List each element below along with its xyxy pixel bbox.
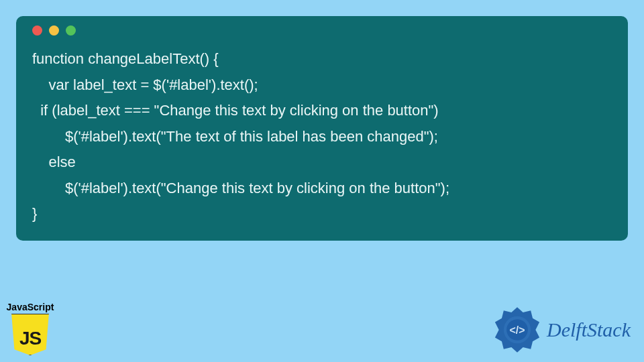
close-dot-icon xyxy=(32,25,42,36)
code-line: function changeLabelText() { xyxy=(32,50,219,67)
code-line: var label_text = $('#label').text(); xyxy=(32,76,258,93)
code-line: $('#label').text("The text of this label… xyxy=(32,128,438,145)
brand-logo-area: </> DelftStack xyxy=(493,306,631,354)
minimize-dot-icon xyxy=(49,25,59,36)
window-controls xyxy=(32,25,616,36)
code-block: function changeLabelText() { var label_t… xyxy=(28,46,616,227)
brand-name: DelftStack xyxy=(547,318,631,341)
code-line: $('#label').text("Change this text by cl… xyxy=(32,180,449,196)
maximize-dot-icon xyxy=(66,25,76,36)
code-line: else xyxy=(32,154,76,170)
code-line: if (label_text === "Change this text by … xyxy=(32,102,439,119)
code-line: } xyxy=(32,205,37,222)
delftstack-logo-icon: </> xyxy=(493,306,541,354)
javascript-badge: JavaScript JS xyxy=(4,302,56,355)
javascript-shield-text: JS xyxy=(19,328,41,349)
javascript-label: JavaScript xyxy=(4,302,56,312)
svg-text:</>: </> xyxy=(510,324,525,336)
code-panel: function changeLabelText() { var label_t… xyxy=(16,16,628,241)
javascript-shield-icon: JS xyxy=(9,314,51,355)
